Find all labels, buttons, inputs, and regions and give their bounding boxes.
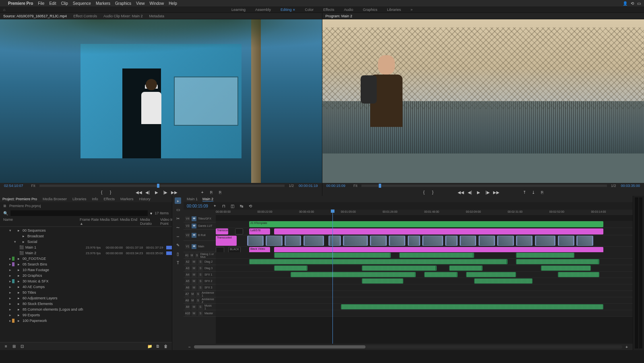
icon-view-icon[interactable]: ⊞ [11, 344, 17, 349]
tab-libraries[interactable]: Libraries [72, 197, 87, 201]
prog-step-fwd-icon[interactable]: |▶ [485, 189, 490, 195]
goto-in-icon[interactable]: ◀◀ [136, 189, 142, 195]
time-ruler[interactable]: 00:00:00:0000:00:22:0000:00:43:0000:01:0… [216, 210, 633, 215]
col-name[interactable]: Name [3, 218, 80, 226]
new-bin-icon[interactable]: 📁 [147, 344, 153, 349]
source-scale[interactable]: 1/2 [289, 184, 294, 188]
prog-step-back-icon[interactable]: ◀| [467, 189, 473, 195]
timeline-scrollbar[interactable] [194, 345, 622, 348]
tab-program[interactable]: Program: Main 2 [326, 14, 353, 18]
ws-assembly[interactable]: Assembly [255, 8, 271, 12]
insert-icon[interactable]: + [200, 189, 205, 195]
window-controls-icon[interactable]: ▭ [637, 1, 641, 6]
marker-add-icon[interactable]: ◫ [230, 203, 235, 209]
wrench-icon[interactable]: ⟲ [248, 203, 253, 209]
program-fit[interactable]: Fit [353, 184, 357, 188]
tree-row[interactable]: ▸Broadcast [0, 233, 172, 239]
zoom-in-icon[interactable]: + [624, 344, 630, 350]
snap-icon[interactable]: ⌖ [212, 203, 218, 209]
selection-tool-icon[interactable]: ▸ [175, 197, 181, 204]
tree-row[interactable]: ▸▸100 Paperwork [0, 318, 172, 324]
video-track[interactable]: Transcoded [216, 235, 633, 247]
zoom-out-icon[interactable]: − [187, 344, 192, 350]
list-view-icon[interactable]: ≡ [3, 344, 9, 349]
audio-track-header[interactable]: A8MSAmbience 2 [184, 297, 216, 304]
audio-track[interactable] [216, 310, 633, 317]
audio-track[interactable] [216, 304, 633, 310]
tree-row[interactable]: ▸▸05 Search Bins [0, 261, 172, 267]
export-frame-icon[interactable]: ⎘ [217, 189, 223, 195]
tab-audio-mixer[interactable]: Audio Clip Mixer: Main 2 [103, 14, 143, 18]
track-select-tool-icon[interactable]: ▭ [175, 206, 181, 213]
play-icon[interactable]: ▶ [154, 189, 159, 195]
ws-color[interactable]: Color [305, 8, 314, 12]
overwrite-icon[interactable]: ⎘ [208, 189, 214, 195]
source-ruler[interactable] [39, 185, 285, 187]
slip-tool-icon[interactable]: ↔ [175, 233, 181, 239]
type-tool-icon[interactable]: T [175, 259, 181, 266]
program-ruler[interactable] [361, 185, 607, 187]
menu-graphics[interactable]: Graphics [115, 1, 131, 6]
ws-learning[interactable]: Learning [231, 8, 246, 12]
audio-track-header[interactable]: A3MSDiag 3 [184, 265, 216, 272]
tree-row[interactable]: ▸▸00_FOOTAGE [0, 256, 172, 261]
tab-effects[interactable]: Effects [104, 197, 115, 201]
tree-row[interactable]: ▸▸10 Raw Footage [0, 267, 172, 273]
tab-effect-controls[interactable]: Effect Controls [73, 14, 97, 18]
tree-row[interactable]: ▸▸80 Stock Elements [0, 301, 172, 307]
tree-row[interactable]: ▸▸60 Adjustment Layers [0, 295, 172, 301]
audio-track[interactable] [216, 284, 633, 291]
tree-row[interactable]: ▸▸30 Music & SFX [0, 278, 172, 284]
filter-icon[interactable]: ▾ [150, 211, 152, 216]
program-scale[interactable]: 1/2 [611, 184, 616, 188]
tab-metadata[interactable]: Metadata [149, 14, 165, 18]
video-track-header[interactable]: V4👁Titles/GFX [184, 215, 216, 222]
seq-tab-main1[interactable]: Main 1 [187, 197, 198, 201]
tree-row[interactable]: ⬛Main 223.976 fps00:00:00:0000:03:34:230… [0, 250, 172, 256]
app-name[interactable]: Premiere Pro [8, 1, 33, 6]
menu-markers[interactable]: Markers [96, 1, 110, 6]
menu-window[interactable]: Window [150, 1, 164, 6]
pen-tool-icon[interactable]: ✎ [175, 242, 181, 248]
tree-row[interactable]: ▸▸40 AE Comps [0, 284, 172, 290]
lift-icon[interactable]: ⤒ [522, 189, 527, 195]
prog-mark-in-icon[interactable]: { [421, 189, 427, 195]
prog-export-frame-icon[interactable]: ⎘ [539, 189, 545, 195]
step-back-icon[interactable]: ◀| [145, 189, 151, 195]
col-framerate[interactable]: Frame Rate ▲ [80, 218, 100, 226]
video-track[interactable]: 21:9Template [216, 221, 633, 228]
program-tc-left[interactable]: 00:00:15:09 [326, 184, 346, 188]
video-track-header[interactable]: V1👁Main [184, 241, 216, 252]
audio-track-header[interactable]: A6MSSFX 3 [184, 284, 216, 291]
razor-tool-icon[interactable]: ⥊ [175, 224, 181, 230]
tab-markers[interactable]: Markers [120, 197, 134, 201]
linked-sel-icon[interactable]: ⊓ [221, 203, 227, 209]
video-track-header[interactable]: V3👁Gareis LUT [184, 222, 216, 230]
user-icon[interactable]: 👤 [623, 1, 627, 6]
goto-out-icon[interactable]: ▶▶ [171, 189, 177, 195]
freeform-view-icon[interactable]: ⊡ [19, 344, 25, 349]
hand-tool-icon[interactable]: ▯ [175, 251, 181, 257]
program-video[interactable] [322, 19, 644, 183]
source-tc-left[interactable]: 02:54:10:07 [4, 184, 23, 188]
menu-sequence[interactable]: Sequence [73, 1, 91, 6]
audio-track-header[interactable]: A2MSDiag 2 [184, 259, 216, 265]
tree-row[interactable]: ▸▸85 Common elements (Logos and other el… [0, 307, 172, 312]
playhead[interactable] [332, 210, 333, 344]
audio-track[interactable] [216, 297, 633, 304]
audio-track-header[interactable]: A7MSAmbience 1 [184, 291, 216, 297]
prog-play-icon[interactable]: ▶ [476, 189, 481, 195]
audio-track[interactable] [216, 265, 633, 272]
prog-mark-out-icon[interactable]: } [430, 189, 436, 195]
audio-track-header[interactable]: A1MSDialog 1 or Mus [184, 252, 216, 259]
project-search-input[interactable] [10, 210, 148, 216]
tab-history[interactable]: History [139, 197, 150, 201]
ws-editing[interactable]: Editing✕ [281, 8, 295, 12]
tree-row[interactable]: ▸▸20 Graphics [0, 273, 172, 278]
video-track-header[interactable]: V2👁B Roll [184, 230, 216, 241]
trash-icon[interactable]: 🗑 [163, 344, 169, 349]
menu-file[interactable]: File [38, 1, 44, 6]
prog-goto-out-icon[interactable]: ▶▶ [493, 189, 499, 195]
tree-row[interactable]: ▸▸99 Exports [0, 312, 172, 318]
audio-track-header[interactable]: A5MSSFX 2 [184, 278, 216, 284]
